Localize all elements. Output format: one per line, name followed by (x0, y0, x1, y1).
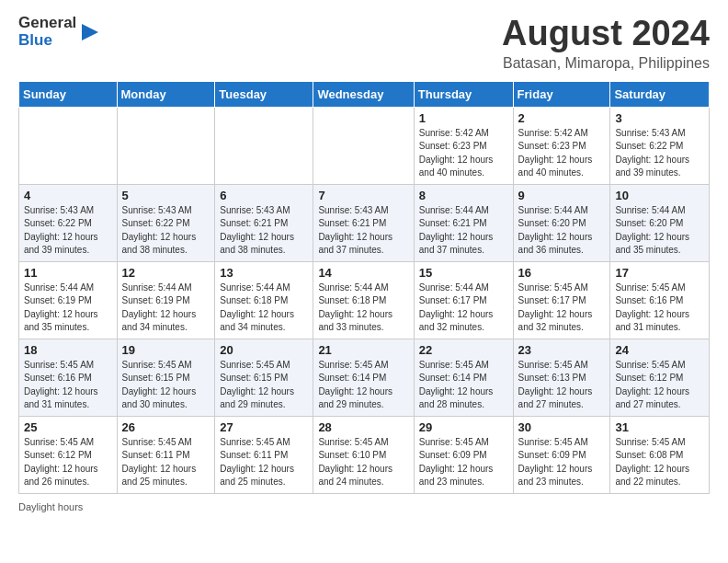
table-row: 20Sunrise: 5:45 AM Sunset: 6:15 PM Dayli… (215, 339, 313, 416)
day-detail: Sunrise: 5:43 AM Sunset: 6:22 PM Dayligh… (615, 127, 704, 180)
day-detail: Sunrise: 5:45 AM Sunset: 6:09 PM Dayligh… (419, 436, 508, 489)
table-row: 8Sunrise: 5:44 AM Sunset: 6:21 PM Daylig… (414, 184, 513, 261)
day-detail: Sunrise: 5:45 AM Sunset: 6:15 PM Dayligh… (122, 359, 210, 412)
table-row: 28Sunrise: 5:45 AM Sunset: 6:10 PM Dayli… (313, 416, 414, 493)
title-block: August 2024 Batasan, Mimaropa, Philippin… (502, 15, 710, 72)
day-detail: Sunrise: 5:45 AM Sunset: 6:11 PM Dayligh… (220, 436, 308, 489)
table-row: 21Sunrise: 5:45 AM Sunset: 6:14 PM Dayli… (313, 339, 414, 416)
day-detail: Sunrise: 5:45 AM Sunset: 6:16 PM Dayligh… (615, 282, 704, 335)
table-row: 18Sunrise: 5:45 AM Sunset: 6:16 PM Dayli… (19, 339, 118, 416)
day-detail: Sunrise: 5:42 AM Sunset: 6:23 PM Dayligh… (518, 127, 606, 180)
day-number: 29 (419, 420, 508, 434)
day-number: 12 (122, 266, 210, 280)
day-detail: Sunrise: 5:44 AM Sunset: 6:21 PM Dayligh… (419, 204, 508, 258)
logo: General Blue (18, 15, 98, 49)
col-monday: Monday (117, 81, 215, 107)
day-number: 21 (318, 343, 408, 357)
day-number: 18 (24, 343, 112, 357)
calendar-body: 1Sunrise: 5:42 AM Sunset: 6:23 PM Daylig… (19, 107, 710, 493)
page: General Blue August 2024 Batasan, Mimaro… (0, 0, 728, 563)
table-row: 14Sunrise: 5:44 AM Sunset: 6:18 PM Dayli… (313, 261, 414, 339)
table-row: 15Sunrise: 5:44 AM Sunset: 6:17 PM Dayli… (414, 261, 513, 339)
calendar-table: Sunday Monday Tuesday Wednesday Thursday… (18, 81, 710, 494)
table-row: 23Sunrise: 5:45 AM Sunset: 6:13 PM Dayli… (513, 339, 610, 416)
day-detail: Sunrise: 5:43 AM Sunset: 6:21 PM Dayligh… (318, 204, 408, 258)
table-row: 4Sunrise: 5:43 AM Sunset: 6:22 PM Daylig… (19, 184, 118, 261)
day-detail: Sunrise: 5:44 AM Sunset: 6:19 PM Dayligh… (122, 282, 210, 335)
table-row: 26Sunrise: 5:45 AM Sunset: 6:11 PM Dayli… (117, 416, 215, 493)
day-number: 11 (24, 266, 112, 280)
day-number: 25 (24, 420, 112, 434)
calendar-week-3: 11Sunrise: 5:44 AM Sunset: 6:19 PM Dayli… (19, 261, 710, 339)
day-number: 5 (122, 189, 210, 202)
table-row (19, 107, 118, 184)
col-friday: Friday (513, 81, 610, 107)
table-row: 1Sunrise: 5:42 AM Sunset: 6:23 PM Daylig… (414, 107, 513, 184)
logo-general-text: General (18, 14, 76, 31)
logo-blue-text: Blue (18, 31, 52, 49)
day-detail: Sunrise: 5:43 AM Sunset: 6:22 PM Dayligh… (122, 204, 210, 258)
calendar-week-4: 18Sunrise: 5:45 AM Sunset: 6:16 PM Dayli… (19, 339, 710, 416)
day-number: 19 (122, 343, 210, 357)
page-title: August 2024 (502, 15, 710, 53)
table-row: 17Sunrise: 5:45 AM Sunset: 6:16 PM Dayli… (610, 261, 710, 339)
day-detail: Sunrise: 5:45 AM Sunset: 6:12 PM Dayligh… (615, 359, 704, 412)
table-row: 27Sunrise: 5:45 AM Sunset: 6:11 PM Dayli… (215, 416, 313, 493)
day-number: 23 (518, 343, 606, 357)
day-number: 14 (318, 266, 408, 280)
day-number: 26 (122, 420, 210, 434)
calendar-week-1: 1Sunrise: 5:42 AM Sunset: 6:23 PM Daylig… (19, 107, 710, 184)
day-detail: Sunrise: 5:45 AM Sunset: 6:13 PM Dayligh… (518, 359, 606, 412)
calendar-header: Sunday Monday Tuesday Wednesday Thursday… (19, 81, 710, 107)
col-thursday: Thursday (414, 81, 513, 107)
day-number: 13 (220, 266, 308, 280)
table-row: 2Sunrise: 5:42 AM Sunset: 6:23 PM Daylig… (513, 107, 610, 184)
day-detail: Sunrise: 5:44 AM Sunset: 6:20 PM Dayligh… (518, 204, 606, 258)
svg-marker-0 (82, 24, 98, 40)
day-detail: Sunrise: 5:45 AM Sunset: 6:10 PM Dayligh… (318, 436, 408, 489)
day-number: 27 (220, 420, 308, 434)
col-sunday: Sunday (19, 81, 118, 107)
col-tuesday: Tuesday (215, 81, 313, 107)
table-row: 30Sunrise: 5:45 AM Sunset: 6:09 PM Dayli… (513, 416, 610, 493)
day-detail: Sunrise: 5:45 AM Sunset: 6:15 PM Dayligh… (220, 359, 308, 412)
day-number: 2 (518, 111, 606, 125)
day-number: 4 (24, 189, 112, 202)
day-detail: Sunrise: 5:42 AM Sunset: 6:23 PM Dayligh… (419, 127, 508, 180)
table-row (215, 107, 313, 184)
footer-note: Daylight hours (18, 501, 710, 512)
day-detail: Sunrise: 5:44 AM Sunset: 6:19 PM Dayligh… (24, 282, 112, 335)
day-number: 9 (518, 189, 606, 202)
day-number: 15 (419, 266, 508, 280)
day-number: 17 (615, 266, 704, 280)
day-number: 24 (615, 343, 704, 357)
day-detail: Sunrise: 5:44 AM Sunset: 6:18 PM Dayligh… (220, 282, 308, 335)
header: General Blue August 2024 Batasan, Mimaro… (18, 15, 710, 72)
day-number: 7 (318, 189, 408, 202)
day-detail: Sunrise: 5:44 AM Sunset: 6:17 PM Dayligh… (419, 282, 508, 335)
day-number: 20 (220, 343, 308, 357)
day-number: 6 (220, 189, 308, 202)
table-row: 6Sunrise: 5:43 AM Sunset: 6:21 PM Daylig… (215, 184, 313, 261)
col-wednesday: Wednesday (313, 81, 414, 107)
table-row: 12Sunrise: 5:44 AM Sunset: 6:19 PM Dayli… (117, 261, 215, 339)
table-row: 24Sunrise: 5:45 AM Sunset: 6:12 PM Dayli… (610, 339, 710, 416)
table-row: 25Sunrise: 5:45 AM Sunset: 6:12 PM Dayli… (19, 416, 118, 493)
day-detail: Sunrise: 5:45 AM Sunset: 6:08 PM Dayligh… (615, 436, 704, 489)
calendar-week-2: 4Sunrise: 5:43 AM Sunset: 6:22 PM Daylig… (19, 184, 710, 261)
day-detail: Sunrise: 5:45 AM Sunset: 6:14 PM Dayligh… (419, 359, 508, 412)
table-row: 9Sunrise: 5:44 AM Sunset: 6:20 PM Daylig… (513, 184, 610, 261)
daylight-label: Daylight hours (18, 501, 83, 512)
col-saturday: Saturday (610, 81, 710, 107)
table-row (117, 107, 215, 184)
day-number: 28 (318, 420, 408, 434)
table-row: 16Sunrise: 5:45 AM Sunset: 6:17 PM Dayli… (513, 261, 610, 339)
day-number: 8 (419, 189, 508, 202)
day-detail: Sunrise: 5:43 AM Sunset: 6:21 PM Dayligh… (220, 204, 308, 258)
table-row: 31Sunrise: 5:45 AM Sunset: 6:08 PM Dayli… (610, 416, 710, 493)
day-detail: Sunrise: 5:45 AM Sunset: 6:12 PM Dayligh… (24, 436, 112, 489)
table-row: 3Sunrise: 5:43 AM Sunset: 6:22 PM Daylig… (610, 107, 710, 184)
table-row: 22Sunrise: 5:45 AM Sunset: 6:14 PM Dayli… (414, 339, 513, 416)
page-subtitle: Batasan, Mimaropa, Philippines (502, 55, 710, 72)
logo-triangle-icon (78, 22, 98, 42)
